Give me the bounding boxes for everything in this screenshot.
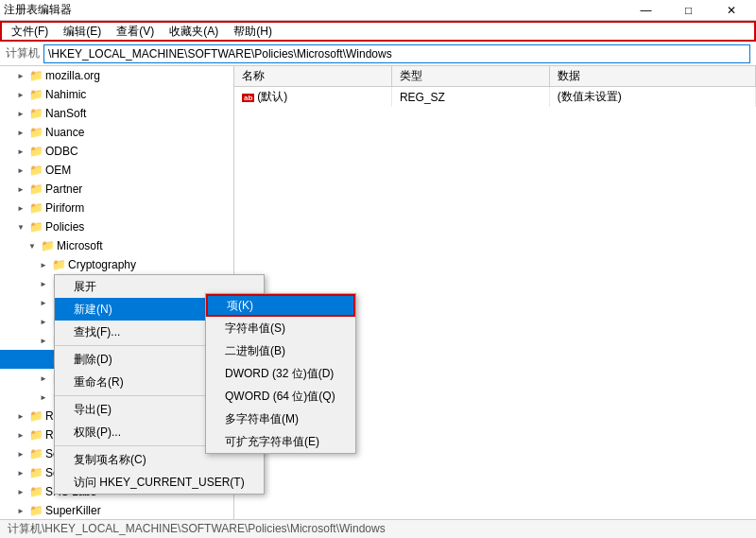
folder-icon-soundresearch: 📁	[28, 465, 43, 480]
tree-label-nuance: Nuance	[45, 126, 84, 139]
col-name: 名称	[234, 66, 391, 87]
tree-arrow-sonicfocus[interactable]: ►	[13, 446, 28, 461]
tree-arrow-registeredapp[interactable]: ►	[13, 427, 28, 443]
tree-arrow-piriform[interactable]: ►	[13, 200, 28, 216]
address-input[interactable]	[43, 44, 750, 63]
tree-item-policies[interactable]: ▼📁Policies	[0, 217, 233, 236]
tree-item-nansoft[interactable]: ►📁NanSoft	[0, 104, 233, 123]
submenu-label-6: 可扩充字符串值(E)	[225, 434, 319, 450]
tree-item-mozilla[interactable]: ►📁mozilla.org	[0, 66, 233, 85]
folder-icon-cryptography: 📁	[51, 257, 66, 272]
context-menu-label-0: 展开	[74, 279, 96, 295]
tree-item-odbc[interactable]: ►📁ODBC	[0, 142, 233, 161]
tree-arrow-srslabs[interactable]: ►	[13, 484, 28, 499]
table-row[interactable]: ab(默认)REG_SZ(数值未设置)	[234, 87, 756, 108]
tree-item-piriform[interactable]: ►📁Piriform	[0, 199, 233, 217]
cell-name: ab(默认)	[234, 87, 391, 108]
submenu-item-0[interactable]: 项(K)	[206, 294, 355, 317]
context-menu-label-10: 复制项名称(C)	[74, 452, 146, 468]
col-data: 数据	[549, 66, 755, 87]
submenu-item-3[interactable]: DWORD (32 位)值(D)	[206, 362, 355, 385]
submenu-item-5[interactable]: 多字符串值(M)	[206, 408, 355, 430]
menu-edit[interactable]: 编辑(E)	[56, 23, 109, 40]
submenu-item-4[interactable]: QWORD (64 位)值(Q)	[206, 385, 355, 408]
tree-arrow-microsoft[interactable]: ▼	[25, 238, 40, 253]
window-title: 注册表编辑器	[4, 2, 625, 18]
folder-icon-partner: 📁	[28, 182, 43, 197]
tree-label-oem: OEM	[45, 164, 71, 177]
tree-arrow-windows2[interactable]: ►	[36, 371, 51, 386]
context-menu-label-8: 权限(P)...	[74, 425, 121, 441]
minimize-button[interactable]: —	[625, 0, 667, 21]
registry-table: 名称 类型 数据 ab(默认)REG_SZ(数值未设置)	[234, 66, 756, 107]
submenu-item-6[interactable]: 可扩充字符串值(E)	[206, 430, 355, 453]
folder-icon-registeredapp: 📁	[28, 427, 43, 443]
folder-icon-mozilla: 📁	[28, 68, 43, 83]
tree-item-microsoft[interactable]: ▼📁Microsoft	[0, 236, 233, 255]
tree-arrow-cryptography[interactable]: ►	[36, 257, 51, 272]
cell-data: (数值未设置)	[549, 87, 755, 108]
tree-arrow-mozilla[interactable]: ►	[13, 68, 28, 83]
tree-arrow-tpm[interactable]: ►	[36, 333, 51, 348]
menu-file[interactable]: 文件(F)	[4, 23, 56, 40]
folder-icon-odbc: 📁	[28, 144, 43, 159]
submenu[interactable]: 项(K)字符串值(S)二进制值(B)DWORD (32 位)值(D)QWORD …	[205, 293, 356, 454]
maximize-button[interactable]: □	[667, 0, 710, 21]
tree-arrow-realtek[interactable]: ►	[13, 408, 28, 424]
tree-label-nahimic: Nahimic	[45, 88, 86, 101]
tree-arrow-odbc[interactable]: ►	[13, 144, 28, 159]
tree-label-policies: Policies	[45, 220, 84, 234]
col-type: 类型	[391, 66, 549, 87]
cell-type: REG_SZ	[391, 87, 549, 108]
tree-item-nuance[interactable]: ►📁Nuance	[0, 123, 233, 142]
folder-icon-superkiller: 📁	[28, 503, 43, 518]
context-menu-label-11: 访问 HKEY_CURRENT_USER(T)	[74, 475, 245, 491]
tree-arrow-soundresearch[interactable]: ►	[13, 465, 28, 480]
submenu-item-1[interactable]: 字符串值(S)	[206, 317, 355, 339]
tree-label-superkiller: SuperKiller	[45, 504, 101, 517]
tree-arrow-oem[interactable]: ►	[13, 163, 28, 178]
submenu-item-2[interactable]: 二进制值(B)	[206, 339, 355, 362]
menu-favorites[interactable]: 收藏夹(A)	[162, 23, 226, 40]
folder-icon-nuance: 📁	[28, 125, 43, 140]
context-menu-label-2: 查找(F)...	[74, 324, 120, 340]
menu-bar: 文件(F) 编辑(E) 查看(V) 收藏夹(A) 帮助(H)	[0, 21, 756, 42]
close-button[interactable]: ✕	[710, 0, 752, 21]
tree-arrow-windows[interactable]	[36, 352, 51, 367]
context-menu-item-11[interactable]: 访问 HKEY_CURRENT_USER(T)	[55, 471, 264, 494]
folder-icon-sonicfocus: 📁	[28, 446, 43, 461]
tree-arrow-partner[interactable]: ►	[13, 182, 28, 197]
title-bar: 注册表编辑器 — □ ✕	[0, 0, 756, 21]
folder-icon-srslabs: 📁	[28, 484, 43, 499]
folder-icon-policies: 📁	[28, 219, 43, 234]
tree-arrow-superkiller[interactable]: ►	[13, 503, 28, 518]
submenu-label-0: 项(K)	[227, 298, 253, 314]
tree-arrow-nahimic[interactable]: ►	[13, 87, 28, 102]
tree-item-oem[interactable]: ►📁OEM	[0, 161, 233, 180]
tree-arrow-nansoft[interactable]: ►	[13, 106, 28, 121]
submenu-label-5: 多字符串值(M)	[225, 411, 299, 427]
address-label: 计算机	[6, 45, 40, 61]
tree-arrow-policies[interactable]: ▼	[13, 219, 28, 234]
tree-item-nahimic[interactable]: ►📁Nahimic	[0, 85, 233, 104]
tree-item-superkiller[interactable]: ►📁SuperKiller	[0, 501, 233, 519]
window-controls: — □ ✕	[625, 0, 752, 21]
context-menu-label-7: 导出(E)	[74, 402, 112, 418]
tree-label-mozilla: mozilla.org	[45, 69, 100, 82]
tree-arrow-systemcertificates[interactable]: ►	[36, 314, 51, 329]
tree-arrow-peerdist[interactable]: ►	[36, 276, 51, 291]
context-menu-label-5: 重命名(R)	[74, 374, 124, 390]
folder-icon-microsoft: 📁	[40, 238, 55, 253]
tree-arrow-peernet[interactable]: ►	[36, 295, 51, 310]
context-menu-label-1: 新建(N)	[74, 302, 112, 318]
tree-arrow-windows3[interactable]: ►	[36, 390, 51, 405]
menu-view[interactable]: 查看(V)	[109, 23, 162, 40]
tree-label-nansoft: NanSoft	[45, 107, 86, 120]
tree-item-partner[interactable]: ►📁Partner	[0, 180, 233, 199]
tree-label-microsoft: Microsoft	[57, 239, 103, 252]
tree-item-cryptography[interactable]: ►📁Cryptography	[0, 255, 233, 274]
menu-help[interactable]: 帮助(H)	[226, 23, 280, 40]
status-bar: 计算机\HKEY_LOCAL_MACHINE\SOFTWARE\Policies…	[0, 519, 756, 538]
tree-arrow-nuance[interactable]: ►	[13, 125, 28, 140]
tree-label-cryptography: Cryptography	[68, 258, 136, 271]
